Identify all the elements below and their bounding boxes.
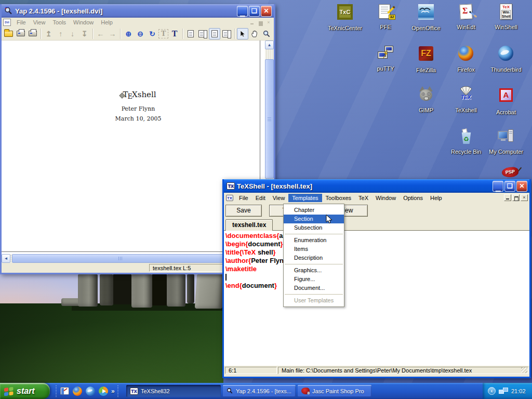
- firefox-icon: [458, 46, 473, 61]
- desktop-icon-putty[interactable]: puTTY: [365, 45, 406, 73]
- texshell-menu-tex[interactable]: TeX: [355, 194, 372, 202]
- desktop-icon-winedt[interactable]: Σ WinEdt: [446, 3, 486, 31]
- menu-item-subsection[interactable]: Subsection: [284, 223, 344, 232]
- desktop-icon-texshell[interactable]: TEX TeXshell: [446, 86, 486, 114]
- winshell-icon: TeX Win Shell: [497, 3, 515, 21]
- yap-vscroll-thumb[interactable]: [265, 59, 274, 179]
- start-button[interactable]: start: [0, 383, 50, 399]
- thunderbird-quicklaunch-icon[interactable]: [85, 386, 96, 396]
- menu-item-document[interactable]: Document...: [284, 284, 344, 292]
- menu-item-figure[interactable]: Figure...: [284, 275, 344, 284]
- mdi-restore-icon[interactable]: [512, 194, 520, 201]
- menu-item-enumeration[interactable]: Enumeration: [284, 236, 344, 245]
- resize-grip-icon[interactable]: [521, 367, 527, 373]
- view-continuous-icon[interactable]: [221, 28, 232, 39]
- texshell-menu-options[interactable]: Options: [400, 194, 427, 202]
- desktop-icon-filezilla[interactable]: FZ FileZilla: [406, 45, 446, 74]
- mdi-close-icon[interactable]: ×: [265, 19, 272, 26]
- desktop-icon-pfe[interactable]: 32 PFE: [365, 3, 406, 31]
- mdi-minimize-icon[interactable]: [504, 194, 511, 201]
- print-setup-icon[interactable]: [27, 28, 38, 39]
- hide-icons-chevron[interactable]: ‹: [488, 387, 496, 395]
- media-player-quicklaunch-icon[interactable]: [98, 386, 109, 396]
- menu-item-items[interactable]: Items: [284, 245, 344, 254]
- desktop-icon-winshell[interactable]: TeX Win Shell WinShell: [486, 3, 526, 31]
- network-tray-icon[interactable]: [499, 388, 508, 395]
- desktop-icon-thunderbird[interactable]: Thunderbird: [486, 45, 526, 74]
- zoom-out-icon[interactable]: ⊖: [135, 28, 146, 39]
- text-mode-icon[interactable]: T: [169, 28, 180, 39]
- mdi-close-icon[interactable]: ×: [521, 194, 528, 201]
- texshell-editor[interactable]: \documentclass{article}\begin{document}\…: [224, 231, 529, 366]
- firefox-quicklaunch-icon[interactable]: [72, 386, 83, 396]
- yap-menu-tools[interactable]: Tools: [49, 19, 70, 26]
- taskbar-task-texshell[interactable]: TX TeXShell32: [126, 385, 221, 397]
- texshell-menu-help[interactable]: Help: [427, 194, 446, 202]
- previous-page-icon[interactable]: ↑: [55, 28, 66, 39]
- texshell-menu-window[interactable]: Window: [372, 194, 400, 202]
- menu-item-chapter[interactable]: Chapter: [284, 206, 344, 215]
- scroll-left-icon[interactable]: ◄: [2, 254, 10, 263]
- forward-icon[interactable]: →: [107, 28, 118, 39]
- acrobat-icon: A: [499, 88, 513, 102]
- first-page-icon[interactable]: ↥: [43, 28, 55, 39]
- desktop-icon-texniccenter[interactable]: TxC TeXnicCenter: [325, 3, 365, 32]
- texshell-menu-toolboxes[interactable]: Toolboxes: [322, 194, 355, 202]
- yap-close-button[interactable]: ✕: [261, 6, 272, 17]
- desktop-icon-openoffice[interactable]: OpenOffice: [406, 3, 446, 32]
- desktop-icon-firefox[interactable]: Firefox: [446, 45, 486, 74]
- view-facing-pages-icon[interactable]: [197, 28, 208, 39]
- magnifier-tool-icon[interactable]: [261, 28, 272, 39]
- yap-menu-help[interactable]: Help: [97, 19, 116, 26]
- yap-maximize-button[interactable]: ❏: [249, 6, 260, 17]
- yap-hscroll-thumb[interactable]: [12, 254, 228, 263]
- texshell-menu-view[interactable]: View: [269, 194, 289, 202]
- text-select-icon[interactable]: T: [158, 29, 168, 38]
- menu-item-graphics[interactable]: Graphics...: [284, 266, 344, 275]
- refresh-icon[interactable]: ↻: [147, 28, 158, 39]
- last-page-icon[interactable]: ↧: [79, 28, 90, 39]
- taskbar-clock[interactable]: 21:02: [511, 388, 526, 394]
- back-icon[interactable]: ←: [95, 28, 106, 39]
- desktop-icon-recycle-bin[interactable]: ♻ Recycle Bin: [446, 128, 486, 156]
- desktop-icon-acrobat[interactable]: A Acrobat: [486, 86, 526, 116]
- yap-menu-window[interactable]: Window: [70, 19, 97, 26]
- menu-item-user-templates[interactable]: User Templates: [284, 296, 344, 305]
- menu-item-description[interactable]: Description: [284, 254, 344, 262]
- next-page-icon[interactable]: ↓: [67, 28, 78, 39]
- print-icon[interactable]: [15, 28, 26, 39]
- taskbar-task-yap[interactable]: Yap 2.4.1596 - [texs...: [223, 385, 296, 397]
- view-single-page-icon[interactable]: [185, 28, 196, 39]
- mouse-cursor-icon: [326, 215, 333, 224]
- texshell-maximize-button[interactable]: ❏: [504, 181, 515, 192]
- menu-item-section[interactable]: Section: [284, 215, 344, 223]
- desktop-icon-my-computer[interactable]: My Computer: [486, 128, 526, 156]
- texshell-menu-templates[interactable]: Templates: [288, 194, 322, 202]
- pointer-tool-icon[interactable]: [237, 28, 248, 39]
- save-button[interactable]: Save: [225, 205, 262, 217]
- desktop-icon-gimp[interactable]: GIMP: [406, 86, 446, 114]
- hand-tool-icon[interactable]: [249, 28, 260, 39]
- yap-minimize-button[interactable]: ▁: [237, 6, 248, 17]
- texshell-menu-file[interactable]: File: [235, 194, 252, 202]
- taskbar-task-paintshoppro[interactable]: Jasc Paint Shop Pro: [298, 385, 371, 397]
- yap-menu-view[interactable]: View: [30, 19, 49, 26]
- tab-texshell-tex[interactable]: texshell.tex: [225, 219, 273, 231]
- texshell-menu-edit[interactable]: Edit: [252, 194, 269, 202]
- texshell-close-button[interactable]: ✕: [516, 181, 527, 192]
- open-icon[interactable]: [3, 28, 15, 39]
- menu-separator: [285, 234, 343, 234]
- recycle-bin-icon: ♻: [457, 128, 475, 145]
- yap-titlebar[interactable]: Yap 2.4.1596 - [texshell.dvi] ▁ ❏ ✕: [2, 4, 274, 18]
- texshell-minimize-button[interactable]: ▁: [493, 181, 503, 192]
- texshell-window: TX TeXShell - [texshell.tex] ▁ ❏ ✕ TX Fi…: [222, 179, 531, 378]
- quicklaunch-overflow-chevron[interactable]: »: [111, 388, 115, 395]
- scroll-up-icon[interactable]: ▲: [265, 41, 274, 49]
- mdi-minimize-icon[interactable]: [248, 19, 256, 26]
- zoom-in-icon[interactable]: ⊕: [123, 28, 134, 39]
- yap-menu-file[interactable]: File: [13, 19, 30, 26]
- view-page-width-icon[interactable]: [209, 28, 220, 39]
- texshell-titlebar[interactable]: TX TeXShell - [texshell.tex] ▁ ❏ ✕: [224, 179, 529, 193]
- mdi-restore-icon[interactable]: [257, 19, 264, 26]
- show-desktop-icon[interactable]: [59, 386, 70, 396]
